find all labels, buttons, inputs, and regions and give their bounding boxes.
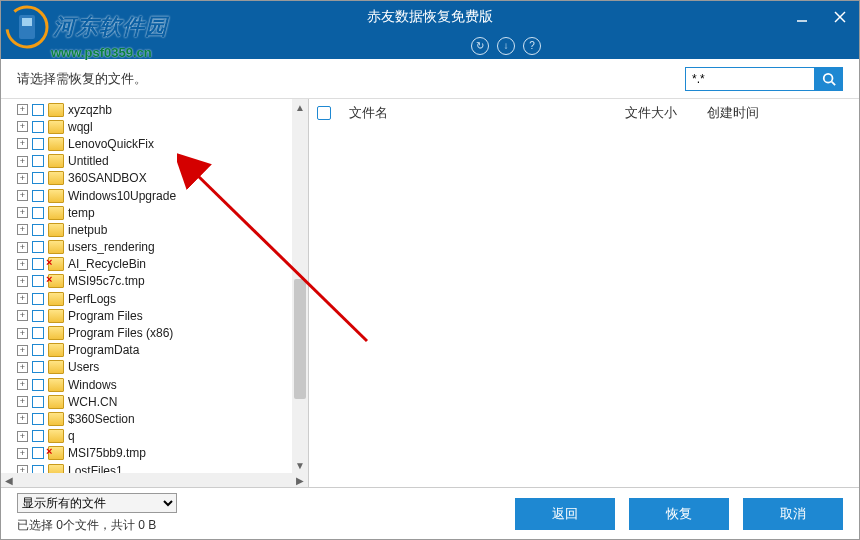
tree-checkbox[interactable] — [32, 121, 44, 133]
tree-item-label: LenovoQuickFix — [68, 137, 154, 151]
tree-hscrollbar[interactable]: ◀ ▶ — [1, 473, 308, 487]
tree-row[interactable]: +inetpub — [17, 221, 308, 238]
expand-icon[interactable]: + — [17, 121, 28, 132]
tree-checkbox[interactable] — [32, 275, 44, 287]
tree-row[interactable]: +LostFiles1 — [17, 462, 308, 473]
scroll-thumb[interactable] — [294, 279, 306, 399]
expand-icon[interactable]: + — [17, 173, 28, 184]
tree-row[interactable]: +q — [17, 428, 308, 445]
tree-checkbox[interactable] — [32, 207, 44, 219]
tree-checkbox[interactable] — [32, 190, 44, 202]
expand-icon[interactable]: + — [17, 156, 28, 167]
tree-row[interactable]: +LenovoQuickFix — [17, 135, 308, 152]
tree-row[interactable]: +Windows — [17, 376, 308, 393]
tree-row[interactable]: +temp — [17, 204, 308, 221]
tree-checkbox[interactable] — [32, 327, 44, 339]
expand-icon[interactable]: + — [17, 448, 28, 459]
expand-icon[interactable]: + — [17, 190, 28, 201]
tree-row[interactable]: +PerfLogs — [17, 290, 308, 307]
tree-checkbox[interactable] — [32, 344, 44, 356]
tree-checkbox[interactable] — [32, 172, 44, 184]
tree-checkbox[interactable] — [32, 379, 44, 391]
tree-row[interactable]: +Program Files (x86) — [17, 324, 308, 341]
folder-icon — [48, 171, 64, 185]
tree-checkbox[interactable] — [32, 465, 44, 473]
tree-checkbox[interactable] — [32, 310, 44, 322]
expand-icon[interactable]: + — [17, 465, 28, 473]
expand-icon[interactable]: + — [17, 293, 28, 304]
tree-checkbox[interactable] — [32, 396, 44, 408]
tree-checkbox[interactable] — [32, 138, 44, 150]
file-filter-select[interactable]: 显示所有的文件 — [17, 493, 177, 513]
expand-icon[interactable]: + — [17, 345, 28, 356]
scroll-left-arrow-icon[interactable]: ◀ — [1, 473, 17, 487]
tree-row[interactable]: +$360Section — [17, 410, 308, 427]
tree-item-label: Untitled — [68, 154, 109, 168]
tree-row[interactable]: +MSI75bb9.tmp — [17, 445, 308, 462]
tree-checkbox[interactable] — [32, 258, 44, 270]
select-all-checkbox[interactable] — [317, 106, 331, 120]
column-createtime[interactable]: 创建时间 — [707, 104, 797, 122]
tree-row[interactable]: +Windows10Upgrade — [17, 187, 308, 204]
expand-icon[interactable]: + — [17, 379, 28, 390]
tree-row[interactable]: +AI_RecycleBin — [17, 256, 308, 273]
tree-vscrollbar[interactable]: ▲ ▼ — [292, 99, 308, 473]
prompt-text: 请选择需恢复的文件。 — [17, 70, 685, 88]
tree-row[interactable]: +wqgl — [17, 118, 308, 135]
selection-status: 已选择 0个文件，共计 0 B — [17, 517, 177, 534]
refresh-circle-icon[interactable]: ↻ — [471, 37, 489, 55]
tree-checkbox[interactable] — [32, 241, 44, 253]
column-filesize[interactable]: 文件大小 — [625, 104, 695, 122]
tree-checkbox[interactable] — [32, 155, 44, 167]
scroll-up-arrow-icon[interactable]: ▲ — [292, 99, 308, 115]
tree-checkbox[interactable] — [32, 430, 44, 442]
tree-row[interactable]: +users_rendering — [17, 239, 308, 256]
expand-icon[interactable]: + — [17, 310, 28, 321]
expand-icon[interactable]: + — [17, 396, 28, 407]
down-circle-icon[interactable]: ↓ — [497, 37, 515, 55]
tree-pane: +xyzqzhb+wqgl+LenovoQuickFix+Untitled+36… — [1, 99, 309, 487]
search-input[interactable] — [685, 67, 815, 91]
window-title: 赤友数据恢复免费版 — [367, 8, 493, 26]
expand-icon[interactable]: + — [17, 207, 28, 218]
close-button[interactable] — [821, 1, 859, 33]
column-filename[interactable]: 文件名 — [343, 104, 613, 122]
expand-icon[interactable]: + — [17, 431, 28, 442]
recover-button[interactable]: 恢复 — [629, 498, 729, 530]
tree-checkbox[interactable] — [32, 293, 44, 305]
back-button[interactable]: 返回 — [515, 498, 615, 530]
expand-icon[interactable]: + — [17, 362, 28, 373]
folder-icon — [48, 378, 64, 392]
tree-checkbox[interactable] — [32, 447, 44, 459]
tree-row[interactable]: +MSI95c7c.tmp — [17, 273, 308, 290]
tree-row[interactable]: +Untitled — [17, 153, 308, 170]
expand-icon[interactable]: + — [17, 104, 28, 115]
tree-row[interactable]: +360SANDBOX — [17, 170, 308, 187]
tree-checkbox[interactable] — [32, 104, 44, 116]
expand-icon[interactable]: + — [17, 259, 28, 270]
expand-icon[interactable]: + — [17, 276, 28, 287]
tree-checkbox[interactable] — [32, 413, 44, 425]
help-circle-icon[interactable]: ? — [523, 37, 541, 55]
cancel-button[interactable]: 取消 — [743, 498, 843, 530]
tree-row[interactable]: +WCH.CN — [17, 393, 308, 410]
scroll-right-arrow-icon[interactable]: ▶ — [292, 473, 308, 487]
scroll-down-arrow-icon[interactable]: ▼ — [292, 457, 308, 473]
search-button[interactable] — [815, 67, 843, 91]
tree-checkbox[interactable] — [32, 361, 44, 373]
tree-item-label: temp — [68, 206, 95, 220]
expand-icon[interactable]: + — [17, 242, 28, 253]
tree-row[interactable]: +xyzqzhb — [17, 101, 308, 118]
tree-checkbox[interactable] — [32, 224, 44, 236]
file-list-body — [309, 127, 859, 487]
expand-icon[interactable]: + — [17, 413, 28, 424]
folder-tree[interactable]: +xyzqzhb+wqgl+LenovoQuickFix+Untitled+36… — [1, 99, 308, 473]
tree-item-label: ProgramData — [68, 343, 139, 357]
expand-icon[interactable]: + — [17, 138, 28, 149]
tree-row[interactable]: +Users — [17, 359, 308, 376]
minimize-button[interactable] — [783, 1, 821, 33]
expand-icon[interactable]: + — [17, 328, 28, 339]
tree-row[interactable]: +Program Files — [17, 307, 308, 324]
tree-row[interactable]: +ProgramData — [17, 342, 308, 359]
expand-icon[interactable]: + — [17, 224, 28, 235]
